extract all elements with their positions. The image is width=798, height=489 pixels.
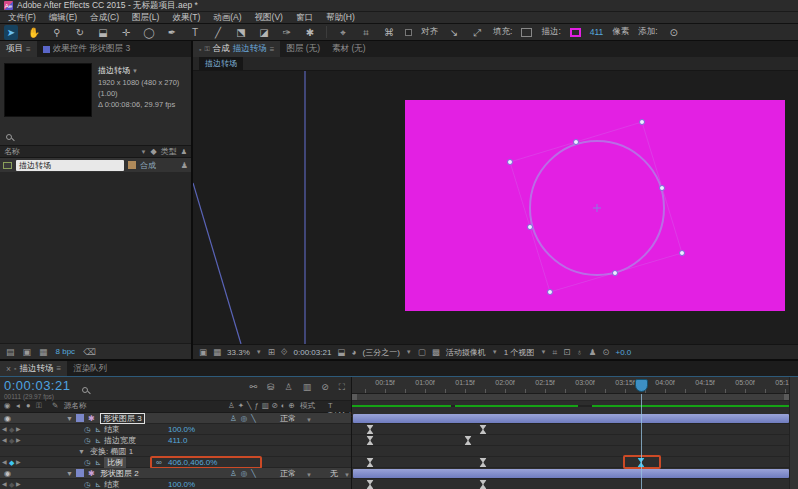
twirl-icon[interactable]: ▼ (66, 413, 73, 424)
composition-canvas[interactable] (193, 71, 798, 344)
tab-layer[interactable]: 图层 (无) (280, 41, 326, 57)
menu-edit[interactable]: 编辑(E) (49, 12, 77, 24)
roto-brush-tool-icon[interactable]: ✑ (280, 25, 294, 40)
menu-effect[interactable]: 效果(T) (172, 12, 200, 24)
property-row-scale[interactable]: ◀ ◆ ▶ ◷ ⊾ 比例 ∞ 406.0,406.0% (0, 457, 351, 468)
property-row-end2[interactable]: ◀ ◆ ▶ ◷ ⊾ 结束 100.0% (0, 479, 351, 489)
camera-dropdown-icon[interactable]: ▼ (492, 349, 498, 355)
eye-icon[interactable]: ◉ (4, 468, 11, 479)
add-keyframe-icon[interactable]: ◆ (9, 424, 14, 435)
close-icon[interactable]: × (6, 364, 11, 374)
exposure-value[interactable]: +0.0 (615, 348, 631, 357)
mask-visibility-icon[interactable]: ⟐ (281, 347, 288, 358)
resolution-value[interactable]: (三分之一) (363, 347, 400, 358)
magnification-icon[interactable]: ▦ (213, 347, 221, 357)
new-composition-icon[interactable]: ▦ (39, 347, 48, 357)
stopwatch-icon[interactable]: ◷ (84, 457, 91, 468)
composition-name[interactable]: 描边转场 (98, 66, 130, 75)
keyframe[interactable] (367, 480, 374, 489)
rotation-tool-icon[interactable]: ↻ (73, 25, 87, 40)
blend-mode-value[interactable]: 正常 (280, 468, 296, 479)
menu-animation[interactable]: 动画(A) (213, 12, 241, 24)
viewer-subtab-comp[interactable]: 描边转场 (199, 57, 243, 70)
trash-icon[interactable]: ⌫ (83, 347, 96, 357)
keyframe[interactable] (367, 458, 374, 467)
always-preview-icon[interactable]: ▣ (199, 347, 207, 357)
work-area-bar[interactable] (352, 394, 798, 401)
property-row-end[interactable]: ◀ ◆ ▶ ◷ ⊾ 结束 100.0% (0, 424, 351, 435)
type-tool-icon[interactable]: T (188, 25, 202, 40)
snapshot-icon[interactable]: ⬓ (337, 347, 345, 357)
next-keyframe-icon[interactable]: ▶ (16, 424, 21, 435)
brush-tool-icon[interactable]: ╱ (211, 25, 225, 40)
twirl-icon[interactable]: ▼ (78, 446, 85, 457)
project-item-row[interactable]: 描边转场 合成 ♟ (0, 158, 191, 172)
keyframe[interactable] (480, 458, 487, 467)
keyframe-row-end[interactable] (352, 424, 798, 435)
property-name[interactable]: 结束 (104, 424, 120, 435)
menu-view[interactable]: 视图(V) (255, 12, 283, 24)
layer-bar-row-shape3[interactable] (352, 413, 798, 424)
panel-menu-icon[interactable]: ≡ (270, 45, 275, 54)
stroke-swatch[interactable] (570, 28, 581, 37)
blend-mode-value[interactable]: 正常 (280, 413, 296, 424)
puppet-pin-tool-icon[interactable]: ✱ (303, 25, 317, 40)
views-dropdown-icon[interactable]: ▼ (540, 349, 546, 355)
layer-switches-icons[interactable]: ♙◎╲ (230, 413, 260, 424)
shape-tool-icon[interactable]: ◯ (142, 25, 156, 40)
prev-keyframe-icon[interactable]: ◀ (2, 479, 7, 489)
stopwatch-icon[interactable]: ◷ (84, 479, 91, 489)
search-icon[interactable] (6, 134, 12, 140)
layer-label-swatch[interactable] (76, 469, 84, 477)
menu-file[interactable]: 文件(F) (8, 12, 36, 24)
layer-bar-row-shape2[interactable] (352, 468, 798, 479)
mode-header[interactable]: 模式 (300, 401, 315, 411)
source-name-header[interactable]: 源名称 (64, 401, 87, 411)
trkmat-value[interactable]: 无 (330, 468, 338, 479)
expression-icon[interactable]: ⊾ (95, 424, 101, 435)
keyframe[interactable] (465, 436, 472, 445)
add-keyframe-icon[interactable]: ◆ (9, 479, 14, 489)
playhead-handle[interactable] (635, 379, 648, 392)
property-value[interactable]: 411.0 (168, 435, 187, 446)
expression-icon[interactable]: ⊾ (95, 435, 101, 446)
zoom-dropdown-icon[interactable]: ▼ (256, 349, 262, 355)
layer-duration-bar[interactable] (353, 469, 789, 478)
frame-blend-icon[interactable]: ▥ (303, 382, 312, 393)
menu-window[interactable]: 窗口 (296, 12, 313, 24)
eye-icon[interactable]: ◉ (4, 413, 11, 424)
prev-keyframe-icon[interactable]: ◀ (2, 435, 7, 446)
project-item-name-field[interactable]: 描边转场 (16, 160, 124, 171)
layer-name[interactable]: 形状图层 2 (100, 468, 139, 479)
pan-behind-tool-icon[interactable]: ✛ (119, 25, 133, 40)
new-folder-icon[interactable]: ▣ (23, 347, 32, 357)
menu-layer[interactable]: 图层(L) (132, 12, 159, 24)
layer-row-shape2[interactable]: ◉ ▼ ✱ 形状图层 2 ♙◎╲ 正常 ▼ 无 ▼ (0, 468, 351, 479)
clone-stamp-tool-icon[interactable]: ⬔ (234, 25, 248, 40)
fast-previews-icon[interactable]: ⊡ (563, 347, 570, 357)
stopwatch-icon[interactable]: ◷ (84, 424, 91, 435)
eraser-tool-icon[interactable]: ◪ (257, 25, 271, 40)
layer-switches-icons[interactable]: ♙◎╲ (230, 468, 260, 479)
channels-icon[interactable]: ◕ (351, 347, 356, 357)
region-of-interest-icon[interactable]: ▢ (418, 347, 426, 357)
tab-composition[interactable]: ▪ ⚿ 合成 描边转场 ≡ (193, 41, 280, 57)
comp-flowchart-icon[interactable]: ⚯ (249, 382, 257, 393)
add-keyframe-icon[interactable]: ◆ (9, 435, 14, 446)
viewer-timecode[interactable]: 0:00:03:21 (294, 348, 332, 357)
transparency-grid-icon[interactable]: ▩ (432, 347, 440, 357)
next-keyframe-icon[interactable]: ▶ (16, 457, 21, 468)
item-label-swatch[interactable] (128, 161, 136, 169)
layer-label-swatch[interactable] (76, 414, 84, 422)
keyframe-row-stroke-width[interactable] (352, 435, 798, 446)
stroke-width-value[interactable]: 411 (590, 27, 604, 37)
next-keyframe-icon[interactable]: ▶ (16, 435, 21, 446)
property-value[interactable]: 100.0% (168, 479, 195, 489)
zoom-level[interactable]: 33.3% (227, 348, 250, 357)
keyframe[interactable] (367, 436, 374, 445)
fill-swatch[interactable] (521, 28, 532, 37)
axis-world-icon[interactable]: ⌗ (359, 25, 373, 40)
tab-render-queue[interactable]: 渲染队列 (67, 361, 113, 376)
tab-timeline-comp[interactable]: × ▪ 描边转场 ≡ (0, 361, 67, 376)
property-name[interactable]: 结束 (104, 479, 120, 489)
